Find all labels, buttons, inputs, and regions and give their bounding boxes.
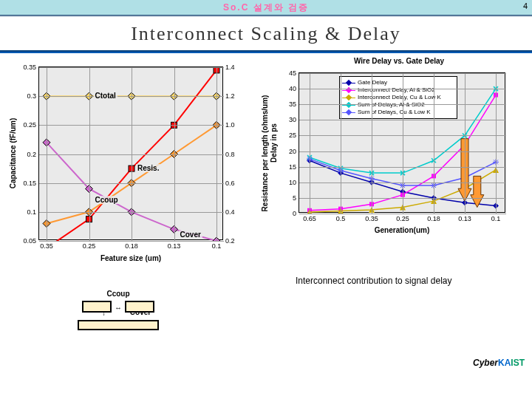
page-number: 4 xyxy=(523,1,528,10)
plot-left: 0.350.250.180.130.10.350.30.250.20.150.1… xyxy=(7,61,259,282)
slide-title: Interconnect Scaling & Delay xyxy=(131,23,401,45)
wire-box xyxy=(125,301,154,313)
content-area: 0.350.250.180.130.10.350.30.250.20.150.1… xyxy=(0,53,532,371)
top-title: So.C 설계와 검증 xyxy=(223,1,309,14)
legend: Gate DelayInterconnect Delay, Al & SiO2I… xyxy=(339,76,457,119)
ylabel-right: Resistance per length (ohms/um) xyxy=(261,95,269,212)
logo-ist: IST xyxy=(511,358,525,368)
diagram-title: Ccoup xyxy=(44,290,192,298)
xlabel-left: Feature size (um) xyxy=(38,254,223,262)
logo-ka: KA xyxy=(498,358,511,368)
caption-text: Interconnect contribution to signal dela… xyxy=(296,275,517,287)
down-arrow-icon: ↓ xyxy=(102,309,106,317)
ground-plane xyxy=(78,320,159,330)
plot-right: Gate DelayInterconnect Delay, Al & SiO2I… xyxy=(273,65,525,242)
slide-header: Interconnect Scaling & Delay xyxy=(0,17,532,50)
chart-right: Wire Delay vs. Gate Delay Gate DelayInte… xyxy=(273,57,525,249)
ylabel2: Delay in ps xyxy=(270,123,278,163)
chart-left: 0.350.250.180.130.10.350.30.250.20.150.1… xyxy=(7,61,259,282)
coupling-diagram: Ccoup ↔ ↓ Cover xyxy=(44,290,192,356)
wire-box xyxy=(82,301,112,313)
arrow-icon: ↔ xyxy=(115,304,122,312)
footer-logo: CyberKAIST xyxy=(473,358,525,368)
logo-cyber: Cyber xyxy=(473,358,498,368)
ylabel-left: Capacitance (fF/um) xyxy=(9,118,17,189)
top-bar: So.C 설계와 검증 4 xyxy=(0,0,532,15)
plotarea-left: 0.350.250.180.130.10.350.30.250.20.150.1… xyxy=(38,66,223,240)
plotarea-right: Gate DelayInterconnect Delay, Al & SiO2I… xyxy=(299,72,505,213)
chart-right-title: Wire Delay vs. Gate Delay xyxy=(273,57,525,65)
xlabel2: Generation(um) xyxy=(299,226,505,234)
